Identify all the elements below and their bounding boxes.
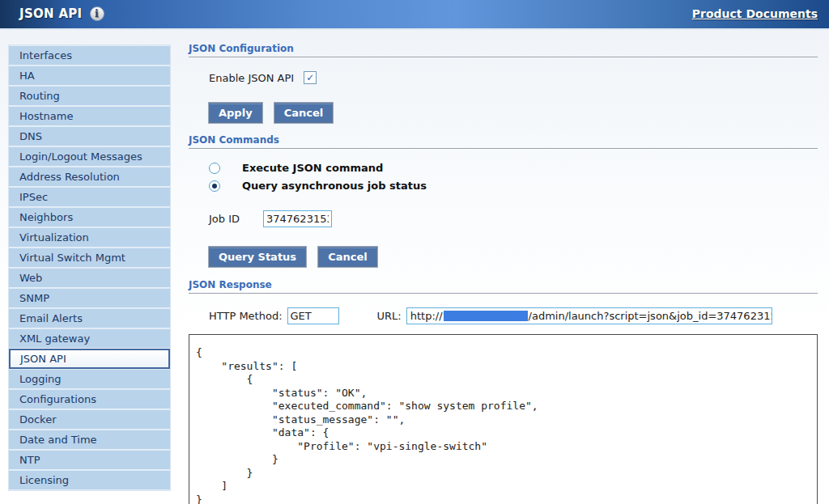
header-bar: JSON API i Product Documents bbox=[0, 0, 829, 30]
sidebar-item-interfaces[interactable]: Interfaces bbox=[9, 45, 170, 66]
enable-json-api-row: Enable JSON API ✓ bbox=[209, 71, 818, 84]
sidebar-item-neighbors[interactable]: Neighbors bbox=[9, 207, 170, 227]
http-method-label: HTTP Method: bbox=[209, 310, 283, 322]
section-divider bbox=[189, 57, 818, 58]
query-status-button[interactable]: Query Status bbox=[209, 247, 306, 267]
section-title-json-commands: JSON Commands bbox=[189, 123, 818, 146]
sidebar-item-json-api[interactable]: JSON API bbox=[9, 349, 170, 369]
url-label: URL: bbox=[377, 310, 402, 322]
job-id-label: Job ID bbox=[209, 213, 263, 225]
radio-button-icon[interactable] bbox=[209, 180, 220, 192]
http-method-row: HTTP Method: URL: http:// /admin/launch?… bbox=[209, 307, 818, 324]
url-suffix: /admin/launch?script=json&job_id=3747623… bbox=[529, 310, 772, 322]
http-method-input[interactable] bbox=[287, 307, 339, 324]
sidebar-item-hostname[interactable]: Hostname bbox=[9, 106, 170, 126]
sidebar-item-date-and-time[interactable]: Date and Time bbox=[9, 430, 170, 450]
sidebar: InterfacesHARoutingHostnameDNSLogin/Logo… bbox=[8, 44, 171, 491]
sidebar-item-routing[interactable]: Routing bbox=[9, 86, 170, 106]
radio-option-label: Query asynchronous job status bbox=[242, 180, 427, 192]
job-id-input[interactable] bbox=[263, 210, 332, 227]
enable-json-api-label: Enable JSON API bbox=[209, 72, 294, 84]
sidebar-item-ntp[interactable]: NTP bbox=[9, 450, 170, 470]
sidebar-item-login-logout-messages[interactable]: Login/Logout Messages bbox=[9, 146, 170, 167]
radio-row: Execute JSON command bbox=[209, 162, 818, 174]
info-icon[interactable]: i bbox=[90, 6, 104, 21]
sidebar-item-web[interactable]: Web bbox=[9, 268, 170, 288]
json-response-output[interactable]: { "results": [ { "status": "OK", "execut… bbox=[189, 334, 818, 504]
url-redaction-block bbox=[444, 311, 528, 321]
sidebar-item-virtualization[interactable]: Virtualization bbox=[9, 227, 170, 248]
radio-row: Query asynchronous job status bbox=[209, 180, 818, 192]
sidebar-item-configurations[interactable]: Configurations bbox=[9, 389, 170, 409]
radio-button-icon[interactable] bbox=[209, 163, 220, 174]
section-title-json-response: JSON Response bbox=[189, 267, 818, 290]
cancel-button[interactable]: Cancel bbox=[274, 103, 334, 123]
sidebar-item-virtual-switch-mgmt[interactable]: Virtual Switch Mgmt bbox=[9, 248, 170, 268]
apply-button[interactable]: Apply bbox=[209, 103, 262, 123]
sidebar-item-logging[interactable]: Logging bbox=[9, 369, 170, 389]
command-options: Execute JSON commandQuery asynchronous j… bbox=[209, 162, 818, 192]
radio-option-label: Execute JSON command bbox=[242, 162, 383, 174]
page-title-text: JSON API bbox=[19, 6, 83, 21]
sidebar-item-ha[interactable]: HA bbox=[9, 66, 170, 86]
url-prefix: http:// bbox=[410, 310, 443, 322]
section-divider bbox=[189, 293, 818, 294]
job-id-row: Job ID bbox=[209, 210, 818, 227]
sidebar-item-address-resolution[interactable]: Address Resolution bbox=[9, 167, 170, 187]
sidebar-item-docker[interactable]: Docker bbox=[9, 409, 170, 430]
sidebar-item-snmp[interactable]: SNMP bbox=[9, 288, 170, 308]
sidebar-item-dns[interactable]: DNS bbox=[9, 126, 170, 146]
sidebar-item-licensing[interactable]: Licensing bbox=[9, 470, 170, 490]
command-buttons-row: Query Status Cancel bbox=[209, 247, 818, 267]
main-content: JSON Configuration Enable JSON API ✓ App… bbox=[189, 38, 818, 504]
url-input[interactable]: http:// /admin/launch?script=json&job_id… bbox=[406, 307, 772, 324]
section-title-json-configuration: JSON Configuration bbox=[189, 38, 818, 54]
page-title: JSON API i bbox=[19, 6, 104, 21]
query-cancel-button[interactable]: Cancel bbox=[318, 247, 377, 267]
config-buttons-row: Apply Cancel bbox=[209, 103, 818, 123]
section-divider bbox=[189, 148, 818, 150]
enable-json-api-checkbox[interactable]: ✓ bbox=[304, 71, 317, 84]
sidebar-item-email-alerts[interactable]: Email Alerts bbox=[9, 308, 170, 328]
sidebar-item-xml-gateway[interactable]: XML gateway bbox=[9, 328, 170, 349]
product-documents-link[interactable]: Product Documents bbox=[692, 7, 818, 20]
sidebar-item-ipsec[interactable]: IPSec bbox=[9, 187, 170, 207]
